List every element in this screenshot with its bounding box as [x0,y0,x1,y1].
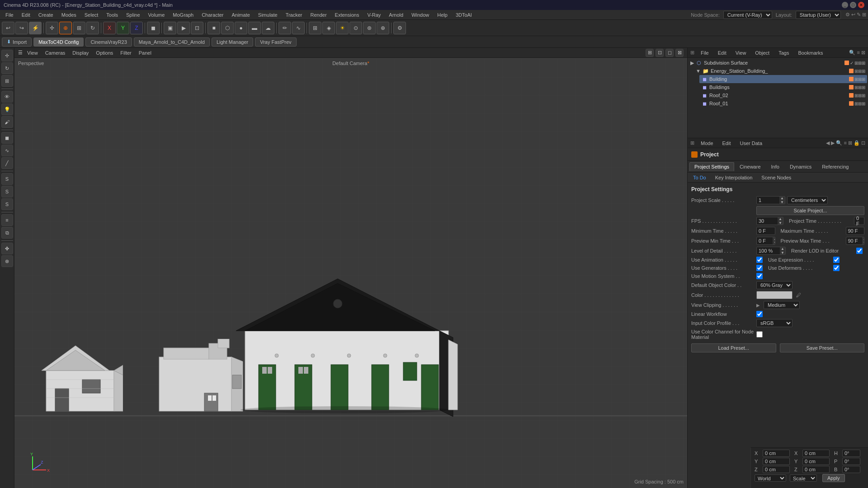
lod-spinbox[interactable]: ▲ ▼ [756,247,786,255]
tb-grid[interactable]: ⊞ [309,22,321,34]
pmin-up[interactable]: ▲ [773,237,775,241]
obj-row-energy-station[interactable]: ▼ 📁 Energy_Station_Building_ ⊞⊞⊞ [694,67,867,75]
tb-render-view[interactable]: ⊡ [191,22,203,34]
obj-row-subdiv[interactable]: ▶ ⬡ Subdivision Surface ✓ ⊞⊞⊞ [689,59,867,67]
obj-row-roof02[interactable]: ◼ Roof_02 ⊞⊞⊞ [699,91,867,99]
tb-misc2[interactable]: ⊕ [377,22,389,34]
preview-min-spinbox[interactable]: ▲ ▼ [756,237,775,245]
om-menu-tags[interactable]: Tags [776,49,792,56]
use-expression-checkbox[interactable] [833,257,840,263]
tab-cineware[interactable]: Cineware [735,162,765,171]
tb-spline[interactable]: ∿ [292,22,305,34]
sb-light[interactable]: 💡 [1,103,13,115]
preview-min-input[interactable] [757,238,773,244]
input-color-profile-select[interactable]: sRGBLinear [756,319,793,327]
sb-camera[interactable]: 👁 [1,91,13,103]
sb-layers[interactable]: ⧉ [1,227,13,239]
menu-mograph[interactable]: MoGraph [169,11,197,19]
sb-rotate-tool[interactable]: ↻ [1,62,13,74]
om-menu-view[interactable]: View [733,49,749,56]
obj-row-building[interactable]: ◼ Building ⊞⊞⊞ [699,75,867,83]
tb-x[interactable]: X [103,22,116,34]
vp-btn1[interactable]: ⊞ [646,49,654,57]
menu-vray[interactable]: V-Ray [363,11,384,19]
menu-edit[interactable]: Edit [18,11,34,19]
coord-z-size[interactable] [802,466,830,473]
sb-scale-tool[interactable]: ⊞ [1,75,13,87]
vp-menu-cameras[interactable]: Cameras [42,49,68,56]
props-menu-mode[interactable]: Mode [698,140,716,147]
vp-btn2[interactable]: ⊡ [656,49,664,57]
lod-down[interactable]: ▼ [780,251,785,255]
tb-sphere[interactable]: ● [235,22,247,34]
om-menu-bookmarks[interactable]: Bookmarks [795,49,826,56]
sb-s1[interactable]: S [1,173,13,185]
menu-simulate[interactable]: Simulate [255,11,281,19]
tb-render-region[interactable]: ▣ [164,22,176,34]
tb-mat[interactable]: ◈ [322,22,335,34]
sb-s2[interactable]: S [1,186,13,197]
coord-system-select[interactable]: WorldObjectParent [755,474,786,482]
obj-row-buildings[interactable]: ◼ Buildings ⊞⊞⊞ [699,83,867,91]
fps-up[interactable]: ▲ [778,217,783,221]
project-scale-spinbox[interactable]: ▲ ▼ [756,196,785,204]
preview-max-input[interactable] [846,238,862,244]
om-menu-edit[interactable]: Edit [715,49,729,56]
use-deformers-checkbox[interactable] [833,265,840,271]
tb-light[interactable]: ☀ [336,22,349,34]
maximize-button[interactable]: □ [850,2,856,8]
vp-menu-options[interactable]: Options [93,49,116,56]
tb-undo[interactable]: ↩ [2,22,14,34]
menu-arnold[interactable]: Arnold [385,11,407,19]
tb-pentools[interactable]: ✏ [278,22,291,34]
tb-render[interactable]: ▶ [177,22,190,34]
tb-z[interactable]: Z [130,22,143,34]
obj-row-roof01[interactable]: ◼ Roof_01 ⊞⊞⊞ [699,99,867,108]
tab-cinemavray[interactable]: CinemaVrayR23 [85,38,132,47]
coord-b[interactable] [842,466,860,473]
tab-referencing[interactable]: Referencing [817,162,854,171]
coord-y-size[interactable] [802,458,830,465]
save-preset-button[interactable]: Save Preset... [780,343,865,352]
vp-menu-filter[interactable]: Filter [118,49,134,56]
om-menu-object[interactable]: Object [752,49,772,56]
menu-volume[interactable]: Volume [145,11,169,19]
sb-line[interactable]: ╱ [1,157,13,169]
tb-sky[interactable]: ☁ [262,22,274,34]
use-color-channel-checkbox[interactable] [756,331,763,338]
menu-window[interactable]: Window [408,11,433,19]
tb-rotate[interactable]: ↻ [86,22,99,34]
color-picker-icon[interactable]: 🖊 [796,292,801,298]
coord-p[interactable] [842,458,860,465]
tab-info[interactable]: Info [766,162,784,171]
use-animation-checkbox[interactable] [756,257,763,263]
menu-spline[interactable]: Spline [123,11,144,19]
minimize-button[interactable]: _ [842,2,848,8]
vp-btn3[interactable]: ◻ [665,49,674,57]
sb-move-tool[interactable]: ✢ [1,50,13,61]
tb-model-mode[interactable]: ◼ [147,22,160,34]
props-menu-edit[interactable]: Edit [720,140,734,147]
tb-move[interactable]: ⊕ [59,22,72,34]
default-obj-color-select[interactable]: 60% GrayRandomCustom [756,281,793,289]
pmin-down[interactable]: ▼ [773,241,775,245]
project-scale-input[interactable] [757,197,779,203]
tab-maya-arnold[interactable]: Maya_Arnold_to_C4D_Arnold [134,38,210,47]
menu-animate[interactable]: Animate [228,11,253,19]
linear-workflow-checkbox[interactable] [756,311,763,317]
preview-max-spinbox[interactable]: ▲ ▼ [846,237,865,245]
tb-cylinder[interactable]: ⬡ [221,22,234,34]
sb-magnet[interactable]: ⊗ [1,255,13,267]
use-motion-checkbox[interactable] [756,273,763,279]
subtab-key-interp[interactable]: Key Interpolation [712,174,756,181]
use-generators-checkbox[interactable] [756,265,763,271]
menu-3dtoai[interactable]: 3DToAl [452,11,475,19]
tab-light-manager[interactable]: Light Manager [212,38,253,47]
sb-stack[interactable]: ≡ [1,214,13,226]
tab-project-settings[interactable]: Project Settings [689,162,734,171]
fps-input[interactable] [757,218,778,224]
tb-misc1[interactable]: ⊛ [363,22,376,34]
project-scale-unit[interactable]: CentimetersMetersMillimeters [787,196,828,204]
subtab-scene-nodes[interactable]: Scene Nodes [758,174,795,181]
sb-poly[interactable]: ◼ [1,132,13,144]
